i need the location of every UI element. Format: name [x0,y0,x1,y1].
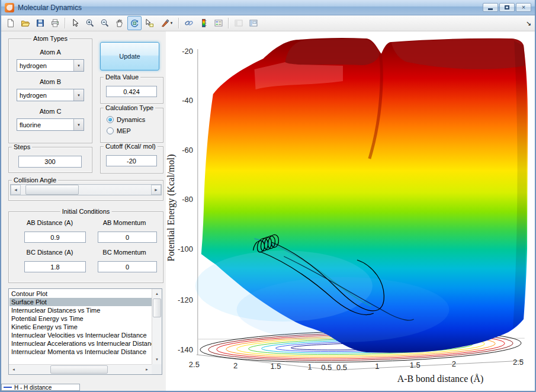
brush-dropdown-icon[interactable]: ▾ [171,21,173,25]
list-item[interactable]: Internuclear Distances vs Time [9,306,152,314]
edit-plot-icon [70,18,80,28]
y-tick-label: -120 [178,295,193,304]
show-plot-tools-button[interactable] [246,16,261,30]
list-item[interactable]: Kinetic Energy vs Time [9,323,152,331]
print-figure-button[interactable] [48,16,62,30]
bc-momentum-field[interactable] [98,261,157,272]
new-figure-icon [6,18,15,28]
vertical-scroll-thumb[interactable] [153,298,161,317]
show-plot-tools-icon [249,18,258,28]
atom-b-label: Atom B [9,78,92,85]
atom-a-value: hydrogen [17,62,73,69]
save-figure-button[interactable] [33,16,47,30]
y-axis-label: Potential Energy (Kcal/mol) [166,155,176,262]
list-item[interactable]: Contour Plot [9,290,152,298]
open-file-icon [21,18,30,28]
scroll-left-icon[interactable]: ◄ [9,365,18,374]
zoom-out-button[interactable] [98,16,112,30]
figure-axes[interactable]: -20 -40 -60 -80 -100 -120 -140 2.5 2 1.5… [166,31,535,391]
atom-c-label: Atom C [9,108,92,115]
plot-type-rows: Contour Plot Surface Plot Internuclear D… [9,290,152,364]
ab-distance-field[interactable] [24,232,86,243]
horizontal-scroll-thumb[interactable] [50,365,108,374]
steps-title: Steps [12,143,32,150]
atom-a-dropdown[interactable]: hydrogen ▼ [17,59,84,72]
y-tick-label: -140 [178,345,193,354]
insert-legend-button[interactable] [211,16,226,30]
maximize-button[interactable] [499,3,515,12]
atom-c-value: fluorine [17,121,73,128]
atom-b-value: hydrogen [17,92,73,99]
steps-panel: Steps [8,147,92,173]
list-item[interactable]: Potential Energy vs Time [9,314,152,323]
insert-legend-icon [214,18,223,28]
horizontal-scrollbar[interactable]: ◄ ► [9,364,152,374]
x-tick-label: 1 [308,362,312,371]
dynamics-radio-icon[interactable] [107,116,114,123]
minimize-button[interactable] [483,3,498,12]
delta-value-panel: Delta Value [100,77,163,104]
update-button[interactable]: Update [100,42,159,70]
y-tick-label: -80 [182,195,193,204]
ab-momentum-field[interactable] [98,232,157,243]
atom-c-dropdown-arrow-icon[interactable]: ▼ [73,119,84,130]
zoom-in-button[interactable] [83,16,97,30]
list-item[interactable]: Internuclear Momenta vs Internuclear Dis… [9,348,152,356]
vertical-scrollbar[interactable]: ▲ ▼ [152,289,162,364]
slider-left-arrow[interactable]: ◄ [11,185,21,195]
slider-right-arrow[interactable]: ► [151,185,161,195]
y-tick-label: -40 [182,96,193,105]
figure-content: Atom Types Atom A hydrogen ▼ Atom B hydr… [1,31,535,391]
atom-b-dropdown[interactable]: hydrogen ▼ [17,89,84,101]
app-window: Molecular Dynamics × [0,0,536,392]
bc-distance-field[interactable] [24,261,86,272]
list-item-selected[interactable]: Surface Plot [9,298,152,306]
atom-types-title: Atom Types [31,35,69,42]
hide-plot-tools-button[interactable] [232,16,246,30]
delta-value-field[interactable] [106,86,157,97]
brush-data-button[interactable]: ▾ [157,16,176,30]
slider-thumb[interactable] [25,185,79,195]
open-file-button[interactable] [18,16,33,30]
steps-field[interactable] [18,156,82,168]
slider-track[interactable] [21,185,151,195]
collision-angle-slider[interactable]: ◄ ► [10,184,162,195]
list-item[interactable]: Internuclear Accelerations vs Internucle… [9,339,152,348]
x-axis-label: A-B bond distance (Å) [397,374,484,384]
scroll-down-icon[interactable]: ▼ [152,355,162,364]
toolbar-overflow-arrow[interactable]: ↘ [526,20,532,27]
y-tick-label: -60 [182,146,193,155]
save-figure-icon [36,18,45,28]
x-tick-label: 2 [233,361,237,370]
legend-line-icon [4,387,12,388]
close-button[interactable]: × [516,3,531,12]
toolbar-separator [228,18,229,28]
data-cursor-button[interactable] [142,16,156,30]
atom-b-dropdown-arrow-icon[interactable]: ▼ [73,89,84,101]
x-tick-label: 1 [375,362,379,371]
plot-type-listbox: Contour Plot Surface Plot Internuclear D… [8,288,162,375]
ab-momentum-label: AB Momentum [89,219,159,226]
maximize-icon [505,5,509,9]
insert-colorbar-button[interactable] [197,16,211,30]
dynamics-radio[interactable]: Dynamics [107,116,145,123]
link-plots-button[interactable] [182,16,196,30]
x-tick-label: 2 [452,359,456,368]
bc-momentum-label: BC Momentum [89,249,159,256]
rotate-3d-button[interactable] [127,16,142,30]
new-figure-button[interactable] [4,16,18,30]
scroll-up-icon[interactable]: ▲ [152,289,162,298]
link-plots-icon [184,18,194,28]
zoom-out-icon [100,18,110,28]
edit-plot-button[interactable] [68,16,82,30]
x-tick-labels: 2.5 2 1.5 1 0.5 0.5 1 1.5 2 2.5 [189,358,524,372]
mep-radio[interactable]: MEP [107,127,131,134]
cutoff-field[interactable] [106,155,157,166]
atom-c-dropdown[interactable]: fluorine ▼ [17,118,84,131]
atom-a-dropdown-arrow-icon[interactable]: ▼ [73,60,84,71]
zoom-in-icon [85,18,95,28]
scroll-right-icon[interactable]: ► [142,365,152,374]
list-item[interactable]: Internuclear Velocities vs Internuclear … [9,331,152,339]
pan-button[interactable] [113,16,127,30]
mep-radio-icon[interactable] [107,127,114,134]
